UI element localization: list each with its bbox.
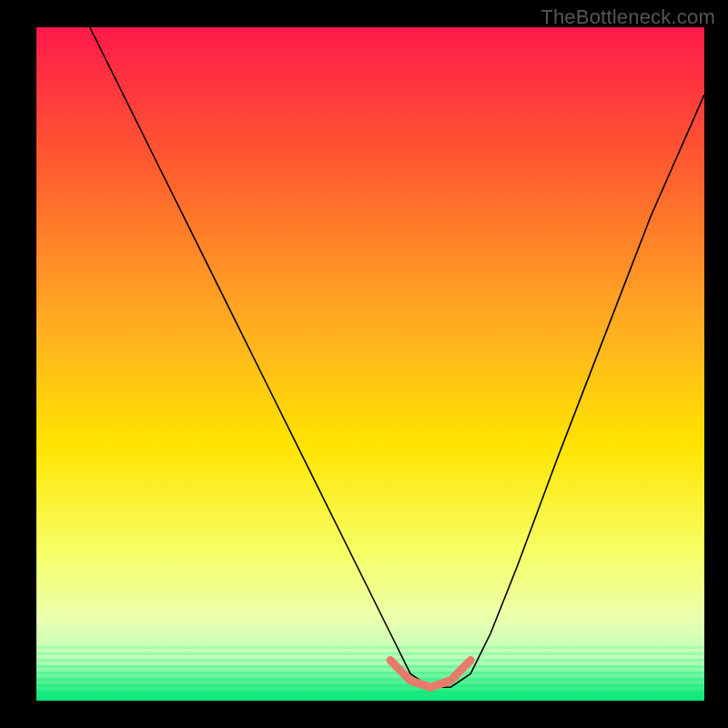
svg-rect-0 <box>36 646 704 649</box>
watermark-label: TheBottleneck.com <box>541 5 715 29</box>
svg-rect-9 <box>704 0 728 728</box>
svg-rect-3 <box>36 665 704 668</box>
svg-rect-2 <box>36 659 704 662</box>
svg-rect-6 <box>36 684 704 687</box>
chart-frame: TheBottleneck.com <box>0 0 728 728</box>
svg-rect-8 <box>0 0 36 728</box>
svg-rect-1 <box>36 652 704 655</box>
plot-background <box>36 27 704 701</box>
svg-rect-7 <box>36 691 704 693</box>
bottleneck-chart <box>0 0 728 728</box>
svg-rect-5 <box>36 678 704 681</box>
svg-rect-11 <box>0 701 728 728</box>
svg-rect-4 <box>36 672 704 674</box>
